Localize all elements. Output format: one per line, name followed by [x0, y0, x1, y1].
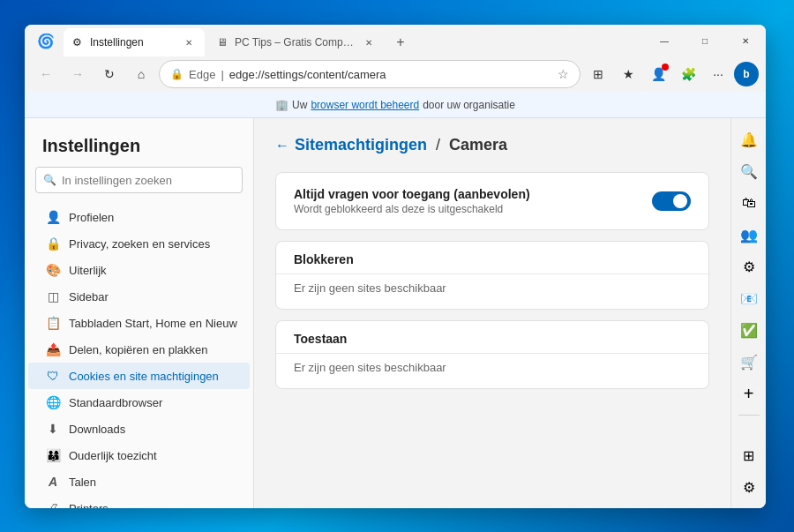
profile-button[interactable]: 👤 . [644, 60, 672, 88]
sidebar-item-label: Talen [69, 476, 96, 489]
close-button[interactable]: ✕ [725, 25, 766, 56]
tab-settings-close[interactable]: ✕ [182, 35, 196, 49]
new-tab-button[interactable]: + [388, 30, 413, 55]
grid-view-button[interactable]: ⊞ [735, 441, 763, 469]
search-icon: 🔍 [43, 174, 56, 186]
toestaan-empty: Er zijn geen sites beschikbaar [276, 354, 708, 388]
sidebar-item-label: Delen, kopiëren en plakken [69, 343, 208, 356]
sidebar-item-sidebar[interactable]: ◫ Sidebar [28, 283, 250, 310]
toggle-card-section: Altijd vragen voor toegang (aanbevolen) … [276, 173, 708, 229]
url-separator: | [221, 68, 223, 81]
tab-settings-title: Instellingen [90, 36, 176, 49]
info-text-after: door uw organisatie [423, 99, 515, 111]
bell-button[interactable]: 🔔 [735, 125, 763, 154]
window-controls: — □ ✕ [644, 25, 766, 56]
info-icon: 🏢 [275, 99, 288, 111]
sidebar-item-label: Profielen [69, 211, 114, 224]
cart-button[interactable]: 🛒 [735, 348, 763, 376]
sidebar-item-profielen[interactable]: 👤 Profielen [28, 204, 250, 230]
printers-icon: 🖨 [46, 501, 60, 508]
sidebar-item-tabbladen[interactable]: 📋 Tabbladen Start, Home en Nieuw [28, 310, 250, 336]
toggle-card-row: Altijd vragen voor toegang (aanbevolen) … [294, 187, 691, 215]
address-bar[interactable]: 🔒 Edge | edge://settings/content/camera … [159, 60, 581, 88]
minimize-button[interactable]: — [644, 25, 685, 56]
todo-button[interactable]: ✅ [735, 316, 763, 344]
breadcrumb-current: Camera [449, 136, 507, 154]
extensions-button[interactable]: 🧩 [674, 60, 702, 88]
uiterlijk-icon: 🎨 [46, 263, 60, 277]
blokkeren-card: Blokkeren Er zijn geen sites beschikbaar [275, 241, 709, 310]
user-group-button[interactable]: 👥 [735, 221, 763, 249]
privacy-icon: 🔒 [46, 236, 60, 251]
tab-pctips-title: PC Tips – Gratis Computer Tips ... [235, 36, 356, 49]
search-input[interactable] [62, 174, 235, 187]
toggle-switch[interactable] [652, 191, 691, 211]
title-bar-left: 🌀 ⚙ Instellingen ✕ 🖥 PC Tips – Gratis Co… [32, 25, 413, 56]
toolbar: ← → ↻ ⌂ 🔒 Edge | edge://settings/content… [25, 56, 766, 92]
breadcrumb: ← Sitemachtigingen / Camera [275, 136, 709, 154]
cookies-icon: 🛡 [46, 369, 60, 383]
blokkeren-header: Blokkeren [276, 242, 708, 273]
add-sidebar-button[interactable]: + [735, 379, 763, 408]
shopping-button[interactable]: 🛍 [735, 189, 763, 217]
downloads-icon: ⬇ [46, 422, 60, 436]
main-panel: ← Sitemachtigingen / Camera [254, 118, 730, 508]
tab-pctips[interactable]: 🖥 PC Tips – Gratis Computer Tips ... ✕ [208, 28, 385, 56]
refresh-button[interactable]: ↻ [95, 60, 124, 88]
info-link[interactable]: browser wordt beheerd [311, 99, 419, 111]
right-sidebar: 🔔 🔍 🛍 👥 ⚙ 📧 ✅ 🛒 + ⊞ ⚙ [730, 118, 766, 508]
sidebar-gear-button[interactable]: ⚙ [735, 473, 763, 501]
more-button[interactable]: ··· [704, 60, 732, 88]
edge-logo: 🌀 [32, 26, 60, 55]
sidebar-item-label: Tabbladen Start, Home en Nieuw [69, 317, 237, 330]
maximize-button[interactable]: □ [685, 25, 725, 56]
sidebar-item-privacy[interactable]: 🔒 Privacy, zoeken en services [28, 230, 250, 257]
sidebar-item-uiterlijk[interactable]: 🎨 Uiterlijk [28, 257, 250, 283]
sidebar-item-delen[interactable]: 📤 Delen, kopiëren en plakken [28, 336, 250, 363]
toggle-card-text: Altijd vragen voor toegang (aanbevolen) … [294, 187, 530, 215]
toggle-label: Altijd vragen voor toegang (aanbevolen) [294, 187, 530, 201]
toggle-card: Altijd vragen voor toegang (aanbevolen) … [275, 172, 709, 230]
info-bar: 🏢 Uw browser wordt beheerd door uw organ… [25, 92, 766, 118]
forward-button[interactable]: → [64, 60, 92, 88]
tab-settings[interactable]: ⚙ Instellingen ✕ [64, 28, 205, 56]
url-prefix: Edge [189, 68, 215, 81]
sidebar-search-button[interactable]: 🔍 [735, 157, 763, 185]
url-text: edge://settings/content/camera [229, 68, 552, 81]
profielen-icon: 👤 [46, 210, 60, 224]
toolbar-right: ⊞ ★ 👤 . 🧩 ··· b [584, 60, 759, 88]
sidebar-item-downloads[interactable]: ⬇ Downloads [28, 416, 250, 442]
toggle-sublabel: Wordt geblokkeerd als deze is uitgeschak… [294, 203, 530, 215]
sidebar-icon-icon: ◫ [46, 289, 60, 303]
breadcrumb-back-arrow[interactable]: ← [275, 138, 289, 154]
back-button[interactable]: ← [32, 60, 60, 88]
sidebar-item-ouderlijk[interactable]: 👨‍👩‍👦 Ouderlijk toezicht [28, 442, 250, 468]
outlook-button[interactable]: 📧 [735, 284, 763, 312]
collections-button[interactable]: ⊞ [584, 60, 612, 88]
bing-button[interactable]: b [734, 62, 759, 86]
blokkeren-empty: Er zijn geen sites beschikbaar [276, 274, 708, 309]
toestaan-header: Toestaan [276, 321, 708, 353]
toestaan-card: Toestaan Er zijn geen sites beschikbaar [275, 320, 709, 389]
sidebar-item-label: Cookies en site machtigingen [69, 370, 219, 383]
sidebar-settings-button[interactable]: ⚙ [735, 252, 763, 281]
sidebar-item-cookies[interactable]: 🛡 Cookies en site machtigingen [28, 363, 250, 389]
info-text-before: Uw [292, 99, 307, 111]
sidebar-item-talen[interactable]: A Talen [28, 468, 250, 495]
settings-favicon: ⚙ [72, 36, 85, 49]
sidebar-item-printers[interactable]: 🖨 Printers [28, 495, 250, 508]
lock-icon: 🔒 [170, 68, 184, 80]
content-area: Instellingen 🔍 👤 Profielen 🔒 Privacy, zo… [25, 118, 766, 508]
favorites-button[interactable]: ★ [614, 60, 642, 88]
sidebar-item-standaard[interactable]: 🌐 Standaardbrowser [28, 389, 250, 416]
favorite-icon[interactable]: ☆ [558, 67, 569, 81]
breadcrumb-link[interactable]: Sitemachtigingen [295, 136, 427, 154]
sidebar-item-label: Uiterlijk [69, 264, 107, 277]
pctips-favicon: 🖥 [217, 36, 229, 49]
sidebar-title: Instellingen [25, 118, 253, 167]
tab-pctips-close[interactable]: ✕ [362, 35, 376, 49]
title-bar: 🌀 ⚙ Instellingen ✕ 🖥 PC Tips – Gratis Co… [25, 25, 766, 56]
delen-icon: 📤 [46, 342, 60, 356]
search-box[interactable]: 🔍 [35, 167, 243, 193]
home-button[interactable]: ⌂ [127, 60, 155, 88]
